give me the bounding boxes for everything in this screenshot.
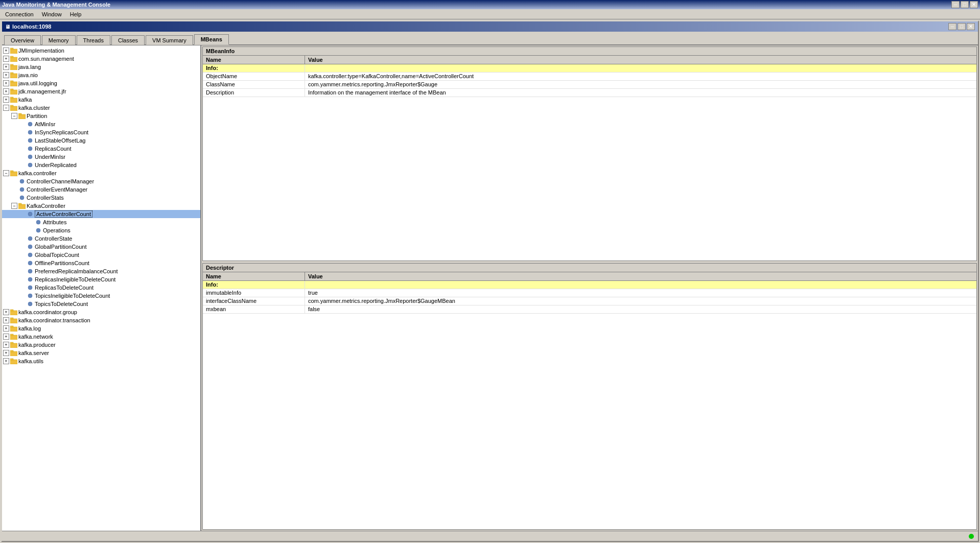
svg-rect-54 <box>10 350 13 352</box>
tree-item[interactable]: −kafka.controller <box>2 169 200 177</box>
tree-item[interactable]: LastStableOffsetLag <box>2 136 200 145</box>
tree-item[interactable]: ControllerState <box>2 234 200 243</box>
tree-item-label: ReplicasCount <box>35 146 72 152</box>
tree-item[interactable]: +kafka.log <box>2 324 200 333</box>
descriptor-row-value: com.yammer.metrics.reporting.JmxReporter… <box>305 297 976 305</box>
descriptor-table-header: Name Value <box>203 272 976 281</box>
tree-toggle[interactable]: + <box>3 334 9 340</box>
tree-item[interactable]: UnderMinIsr <box>2 153 200 161</box>
tree-toggle[interactable]: − <box>3 105 9 111</box>
tree-item[interactable]: +java.util.logging <box>2 79 200 87</box>
tree-item-label: GlobalPartitionCount <box>35 244 87 250</box>
maximize-button[interactable]: □ <box>961 1 969 8</box>
tree-item[interactable]: +com.sun.management <box>2 55 200 63</box>
window-close-button[interactable]: ✕ <box>967 23 975 30</box>
tree-toggle[interactable]: + <box>3 56 9 62</box>
menu-help[interactable]: Help <box>66 10 86 18</box>
tree-toggle[interactable]: − <box>11 203 17 209</box>
tree-item[interactable]: Operations <box>2 226 200 234</box>
mbean-info-row: DescriptionInformation on the management… <box>203 89 976 97</box>
tree-toggle[interactable]: + <box>3 97 9 103</box>
tree-item[interactable]: +java.nio <box>2 71 200 79</box>
leaf-icon <box>35 219 42 226</box>
tree-toggle[interactable]: + <box>3 80 9 86</box>
tree-toggle[interactable]: + <box>3 325 9 332</box>
tree-item[interactable]: GlobalTopicCount <box>2 251 200 259</box>
descriptor-info-label-row: Info: <box>203 281 976 289</box>
tree-toggle[interactable]: + <box>3 88 9 95</box>
close-button[interactable]: ✕ <box>970 1 978 8</box>
tree-toggle[interactable]: + <box>3 48 9 54</box>
tab-threads[interactable]: Threads <box>77 35 110 45</box>
folder-icon <box>10 341 17 348</box>
tree-toggle[interactable]: + <box>3 350 9 356</box>
svg-rect-43 <box>10 311 17 315</box>
descriptor-row: mxbeanfalse <box>203 305 976 314</box>
tree-item[interactable]: TopicsIneligibleToDeleteCount <box>2 292 200 300</box>
tree-item[interactable]: ControllerEventManager <box>2 185 200 194</box>
folder-icon <box>10 349 17 357</box>
svg-rect-50 <box>10 334 13 336</box>
tree-toggle[interactable]: + <box>3 64 9 70</box>
tree-item[interactable]: GlobalPartitionCount <box>2 243 200 251</box>
tree-item[interactable]: −Partition <box>2 112 200 120</box>
tree-item[interactable]: ActiveControllerCount <box>2 210 200 218</box>
tree-item[interactable]: −kafka.cluster <box>2 104 200 112</box>
tree-toggle[interactable]: + <box>3 342 9 348</box>
tree-item[interactable]: +kafka <box>2 96 200 104</box>
tree-item[interactable]: +kafka.utils <box>2 357 200 365</box>
menu-connection[interactable]: Connection <box>1 10 38 18</box>
tree-toggle[interactable]: + <box>3 309 9 315</box>
leaf-icon <box>27 235 34 242</box>
tab-memory[interactable]: Memory <box>42 35 76 45</box>
tab-vm-summary[interactable]: VM Summary <box>146 35 193 45</box>
folder-icon <box>10 358 17 365</box>
tree-item[interactable]: +kafka.producer <box>2 341 200 349</box>
tree-item[interactable]: +jdk.management.jfr <box>2 87 200 96</box>
tree-item[interactable]: TopicsToDeleteCount <box>2 300 200 308</box>
tree-item[interactable]: +JMImplementation <box>2 46 200 55</box>
tree-item[interactable]: +kafka.network <box>2 333 200 341</box>
tree-item[interactable]: ControllerChannelManager <box>2 177 200 185</box>
window-maximize-button[interactable]: □ <box>958 23 966 30</box>
svg-point-33 <box>36 228 40 232</box>
tab-overview[interactable]: Overview <box>4 35 41 45</box>
tab-classes[interactable]: Classes <box>111 35 145 45</box>
window-controls: ─ □ ✕ <box>948 23 975 30</box>
svg-rect-47 <box>10 327 17 332</box>
tree-item[interactable]: OfflinePartitionsCount <box>2 259 200 267</box>
tree-item[interactable]: PreferredReplicaImbalanceCount <box>2 267 200 275</box>
leaf-icon <box>27 292 34 299</box>
tree-item[interactable]: +kafka.coordinator.group <box>2 308 200 316</box>
tree-item[interactable]: +java.lang <box>2 63 200 71</box>
tab-mbeans[interactable]: MBeans <box>194 34 229 45</box>
tree-item[interactable]: ControllerStats <box>2 194 200 202</box>
mbean-row-name: ClassName <box>203 81 305 88</box>
tree-toggle[interactable]: − <box>11 113 17 119</box>
tree-toggle[interactable]: + <box>3 358 9 364</box>
leaf-icon <box>27 251 34 258</box>
svg-rect-51 <box>10 343 17 348</box>
tree-item[interactable]: ReplicasIneligibleToDeleteCount <box>2 275 200 284</box>
tree-item[interactable]: UnderReplicated <box>2 161 200 169</box>
svg-point-40 <box>28 286 32 290</box>
tree-item-label: UnderReplicated <box>35 162 77 168</box>
tree-item[interactable]: InSyncReplicasCount <box>2 128 200 136</box>
tree-toggle[interactable]: + <box>3 317 9 323</box>
tree-toggle[interactable]: + <box>3 72 9 78</box>
folder-icon <box>18 112 26 120</box>
tree-item[interactable]: AtMinIsr <box>2 120 200 128</box>
menu-window[interactable]: Window <box>38 10 66 18</box>
tree-item[interactable]: +kafka.coordinator.transaction <box>2 316 200 324</box>
minimize-button[interactable]: ─ <box>951 1 960 8</box>
tree-item[interactable]: +kafka.server <box>2 349 200 357</box>
leaf-icon <box>27 300 34 308</box>
tree-item[interactable]: Attributes <box>2 218 200 226</box>
tree-item[interactable]: ReplicasToDeleteCount <box>2 284 200 292</box>
tree-toggle[interactable]: − <box>3 170 9 176</box>
menu-bar: Connection Window Help <box>0 9 980 19</box>
tree-item[interactable]: ReplicasCount <box>2 145 200 153</box>
tree-item[interactable]: −KafkaController <box>2 202 200 210</box>
window-minimize-button[interactable]: ─ <box>948 23 956 30</box>
svg-point-35 <box>28 245 32 249</box>
